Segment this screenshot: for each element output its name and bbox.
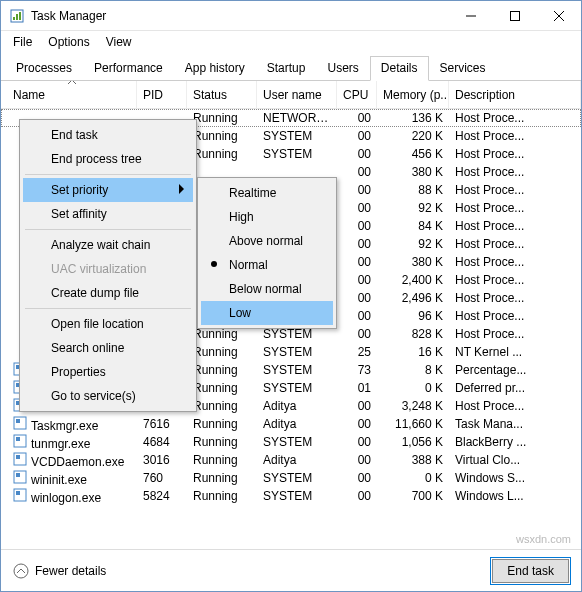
menubar: File Options View	[1, 31, 581, 55]
cell-name: tunmgr.exe	[31, 437, 90, 451]
menu-item[interactable]: Search online	[23, 336, 193, 360]
cell-cpu: 00	[337, 309, 377, 323]
menu-item[interactable]: Go to service(s)	[23, 384, 193, 408]
cell-memory: 700 K	[377, 489, 449, 503]
col-status[interactable]: Status	[187, 81, 257, 109]
cell-description: Deferred pr...	[449, 381, 581, 395]
cell-description: Host Proce...	[449, 147, 581, 161]
cell-user: Aditya	[257, 399, 337, 413]
cell-memory: 136 K	[377, 111, 449, 125]
end-task-button[interactable]: End task	[492, 559, 569, 583]
tab-app-history[interactable]: App history	[174, 56, 256, 81]
submenu-item[interactable]: Realtime	[201, 181, 333, 205]
submenu-item[interactable]: Above normal	[201, 229, 333, 253]
table-row[interactable]: Taskmgr.exe7616RunningAditya0011,660 KTa…	[1, 415, 581, 433]
tab-processes[interactable]: Processes	[5, 56, 83, 81]
titlebar: Task Manager	[1, 1, 581, 31]
cell-pid: 4684	[137, 435, 187, 449]
cell-status: Running	[187, 471, 257, 485]
tab-services[interactable]: Services	[429, 56, 497, 81]
window-title: Task Manager	[31, 9, 449, 23]
tab-strip: Processes Performance App history Startu…	[1, 55, 581, 81]
cell-cpu: 00	[337, 165, 377, 179]
process-icon	[13, 452, 27, 466]
cell-user: SYSTEM	[257, 363, 337, 377]
col-name[interactable]: Name	[7, 81, 137, 109]
cell-name: VCDDaemon.exe	[31, 455, 124, 469]
cell-pid: 7616	[137, 417, 187, 431]
menu-item[interactable]: End process tree	[23, 147, 193, 171]
cell-description: Host Proce...	[449, 309, 581, 323]
maximize-button[interactable]	[493, 1, 537, 31]
cell-memory: 0 K	[377, 471, 449, 485]
cell-description: Windows S...	[449, 471, 581, 485]
svg-point-24	[14, 564, 28, 578]
submenu-item[interactable]: Low	[201, 301, 333, 325]
cell-cpu: 00	[337, 201, 377, 215]
cell-user: SYSTEM	[257, 129, 337, 143]
menu-item[interactable]: End task	[23, 123, 193, 147]
menu-item[interactable]: Set affinity	[23, 202, 193, 226]
cell-cpu: 00	[337, 453, 377, 467]
col-memory[interactable]: Memory (p...	[377, 81, 449, 109]
cell-status: Running	[187, 147, 257, 161]
context-menu: End taskEnd process treeSet prioritySet …	[19, 119, 197, 412]
menu-view[interactable]: View	[106, 35, 132, 49]
cell-description: Host Proce...	[449, 273, 581, 287]
tab-startup[interactable]: Startup	[256, 56, 317, 81]
col-cpu[interactable]: CPU	[337, 81, 377, 109]
menu-file[interactable]: File	[13, 35, 32, 49]
cell-memory: 8 K	[377, 363, 449, 377]
table-row[interactable]: wininit.exe760RunningSYSTEM000 KWindows …	[1, 469, 581, 487]
minimize-button[interactable]	[449, 1, 493, 31]
sort-ascending-icon	[68, 81, 76, 85]
menu-options[interactable]: Options	[48, 35, 89, 49]
submenu-item[interactable]: Normal	[201, 253, 333, 277]
submenu-item[interactable]: High	[201, 205, 333, 229]
cell-description: Host Proce...	[449, 327, 581, 341]
col-pid[interactable]: PID	[137, 81, 187, 109]
fewer-details-toggle[interactable]: Fewer details	[13, 563, 106, 579]
cell-memory: 16 K	[377, 345, 449, 359]
app-icon	[9, 8, 25, 24]
menu-item[interactable]: Set priority	[23, 178, 193, 202]
cell-description: NT Kernel ...	[449, 345, 581, 359]
svg-rect-21	[16, 473, 20, 477]
footer: Fewer details End task	[1, 549, 581, 591]
menu-item[interactable]: Create dump file	[23, 281, 193, 305]
cell-description: BlackBerry ...	[449, 435, 581, 449]
table-row[interactable]: winlogon.exe5824RunningSYSTEM00700 KWind…	[1, 487, 581, 505]
cell-description: Host Proce...	[449, 201, 581, 215]
cell-status: Running	[187, 417, 257, 431]
menu-item[interactable]: Properties	[23, 360, 193, 384]
table-row[interactable]: VCDDaemon.exe3016RunningAditya00388 KVir…	[1, 451, 581, 469]
menu-separator	[25, 229, 191, 230]
cell-status: Running	[187, 129, 257, 143]
tab-users[interactable]: Users	[316, 56, 369, 81]
submenu-arrow-icon	[179, 184, 185, 194]
cell-cpu: 00	[337, 327, 377, 341]
tab-details[interactable]: Details	[370, 56, 429, 81]
cell-status: Running	[187, 435, 257, 449]
menu-item[interactable]: Analyze wait chain	[23, 233, 193, 257]
watermark: wsxdn.com	[516, 533, 571, 545]
cell-description: Virtual Clo...	[449, 453, 581, 467]
priority-submenu: RealtimeHighAbove normalNormalBelow norm…	[197, 177, 337, 329]
col-user[interactable]: User name	[257, 81, 337, 109]
submenu-item[interactable]: Below normal	[201, 277, 333, 301]
table-row[interactable]: tunmgr.exe4684RunningSYSTEM001,056 KBlac…	[1, 433, 581, 451]
cell-status: Running	[187, 327, 257, 341]
cell-cpu: 00	[337, 489, 377, 503]
tab-performance[interactable]: Performance	[83, 56, 174, 81]
cell-memory: 1,056 K	[377, 435, 449, 449]
menu-item[interactable]: Open file location	[23, 312, 193, 336]
close-button[interactable]	[537, 1, 581, 31]
col-description[interactable]: Description	[449, 81, 581, 109]
cell-status: Running	[187, 363, 257, 377]
cell-memory: 380 K	[377, 255, 449, 269]
cell-status: Running	[187, 381, 257, 395]
cell-pid: 5824	[137, 489, 187, 503]
cell-user: SYSTEM	[257, 471, 337, 485]
menu-item: UAC virtualization	[23, 257, 193, 281]
svg-rect-23	[16, 491, 20, 495]
